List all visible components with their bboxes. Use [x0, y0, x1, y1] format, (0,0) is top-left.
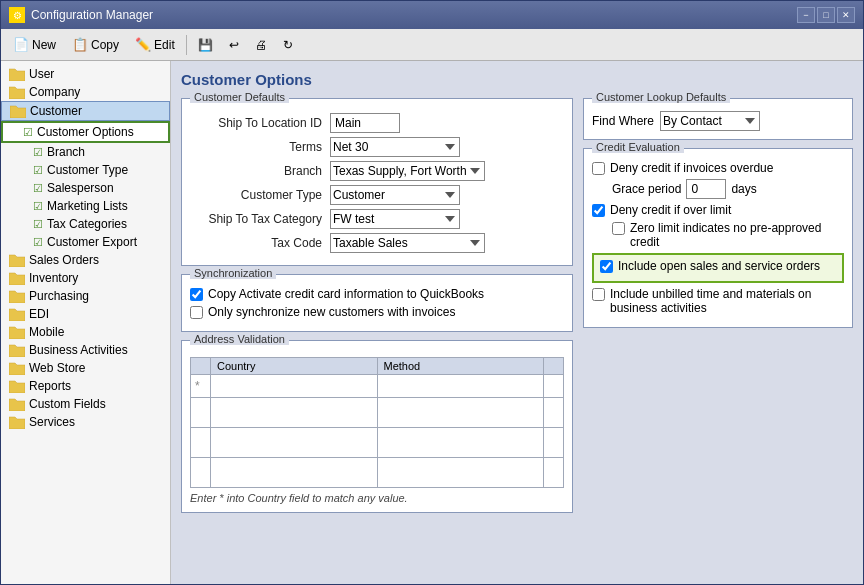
- window-title: Configuration Manager: [31, 8, 153, 22]
- grace-period-row: Grace period days: [592, 179, 844, 199]
- address-table: Country Method *: [190, 357, 564, 488]
- toolbar: 📄 New 📋 Copy ✏️ Edit 💾 ↩ 🖨 ↻: [1, 29, 863, 61]
- print-button[interactable]: 🖨: [248, 33, 274, 57]
- undo-icon: ↩: [229, 38, 239, 52]
- copy-activate-label: Copy Activate credit card information to…: [208, 287, 484, 301]
- new-button[interactable]: 📄 New: [6, 33, 63, 57]
- col-action: [544, 358, 564, 375]
- sidebar-label-company: Company: [29, 85, 80, 99]
- sidebar-label-sales-orders: Sales Orders: [29, 253, 99, 267]
- ship-to-location-input[interactable]: [330, 113, 400, 133]
- address-table-container: Country Method *: [190, 357, 564, 488]
- sidebar-item-sales-orders[interactable]: Sales Orders: [1, 251, 170, 269]
- sidebar-label-salesperson: Salesperson: [47, 181, 114, 195]
- col-country: Country: [211, 358, 378, 375]
- sidebar-item-customer-type[interactable]: ☑ Customer Type: [1, 161, 170, 179]
- sidebar-item-marketing-lists[interactable]: ☑ Marketing Lists: [1, 197, 170, 215]
- include-unbilled-row: Include unbilled time and materials on b…: [592, 287, 844, 315]
- folder-icon-rep: [9, 379, 25, 393]
- deny-invoices-checkbox[interactable]: [592, 162, 605, 175]
- deny-invoices-row: Deny credit if invoices overdue: [592, 161, 844, 175]
- folder-icon-so: [9, 253, 25, 267]
- address-empty-row-2: [191, 428, 564, 458]
- sidebar-item-purchasing[interactable]: Purchasing: [1, 287, 170, 305]
- find-where-label: Find Where: [592, 114, 654, 128]
- method-input[interactable]: [382, 377, 540, 395]
- synchronization-title: Synchronization: [190, 267, 276, 279]
- close-button[interactable]: ✕: [837, 7, 855, 23]
- sidebar-label-branch: Branch: [47, 145, 85, 159]
- address-validation-title: Address Validation: [190, 333, 289, 345]
- find-where-select[interactable]: By Contact: [660, 111, 760, 131]
- ship-to-tax-select[interactable]: FW test: [330, 209, 460, 229]
- include-unbilled-checkbox[interactable]: [592, 288, 605, 301]
- folder-icon-edi: [9, 307, 25, 321]
- sidebar-label-marketing-lists: Marketing Lists: [47, 199, 128, 213]
- edit-button[interactable]: ✏️ Edit: [128, 33, 182, 57]
- grace-period-input[interactable]: [686, 179, 726, 199]
- sidebar-item-customer-export[interactable]: ☑ Customer Export: [1, 233, 170, 251]
- undo-button[interactable]: ↩: [222, 33, 246, 57]
- sidebar-label-edi: EDI: [29, 307, 49, 321]
- sidebar-item-edi[interactable]: EDI: [1, 305, 170, 323]
- sidebar-item-branch[interactable]: ☑ Branch: [1, 143, 170, 161]
- address-empty-row-1: [191, 398, 564, 428]
- zero-limit-checkbox[interactable]: [612, 222, 625, 235]
- sidebar-item-tax-categories[interactable]: ☑ Tax Categories: [1, 215, 170, 233]
- print-icon: 🖨: [255, 38, 267, 52]
- branch-select[interactable]: Texas Supply, Fort Worth: [330, 161, 485, 181]
- customer-defaults-title: Customer Defaults: [190, 91, 289, 103]
- save-button[interactable]: 💾: [191, 33, 220, 57]
- minimize-button[interactable]: −: [797, 7, 815, 23]
- customer-type-select[interactable]: Customer: [330, 185, 460, 205]
- copy-button[interactable]: 📋 Copy: [65, 33, 126, 57]
- copy-activate-checkbox[interactable]: [190, 288, 203, 301]
- sidebar-item-user[interactable]: User: [1, 65, 170, 83]
- copy-label: Copy: [91, 38, 119, 52]
- restore-button[interactable]: □: [817, 7, 835, 23]
- folder-icon-cf: [9, 397, 25, 411]
- sidebar-item-mobile[interactable]: Mobile: [1, 323, 170, 341]
- ship-to-tax-label: Ship To Tax Category: [190, 212, 330, 226]
- credit-evaluation-title: Credit Evaluation: [592, 141, 684, 153]
- sidebar-item-web-store[interactable]: Web Store: [1, 359, 170, 377]
- folder-open-icon: [10, 104, 26, 118]
- sidebar-item-services[interactable]: Services: [1, 413, 170, 431]
- address-validation-group: Address Validation Country Method: [181, 340, 573, 513]
- sidebar-item-salesperson[interactable]: ☑ Salesperson: [1, 179, 170, 197]
- sidebar-item-reports[interactable]: Reports: [1, 377, 170, 395]
- new-label: New: [32, 38, 56, 52]
- country-input[interactable]: [215, 377, 373, 395]
- tax-code-select[interactable]: Taxable Sales: [330, 233, 485, 253]
- sidebar-item-customer[interactable]: Customer: [1, 101, 170, 121]
- customer-type-row: Customer Type Customer: [190, 185, 564, 205]
- method-cell[interactable]: [377, 375, 544, 398]
- sidebar-label-user: User: [29, 67, 54, 81]
- sidebar-item-business-activities[interactable]: Business Activities: [1, 341, 170, 359]
- deny-over-limit-checkbox[interactable]: [592, 204, 605, 217]
- new-icon: 📄: [13, 37, 29, 52]
- sidebar-item-company[interactable]: Company: [1, 83, 170, 101]
- deny-over-limit-label: Deny credit if over limit: [610, 203, 731, 217]
- save-icon: 💾: [198, 38, 213, 52]
- terms-select[interactable]: Net 30: [330, 137, 460, 157]
- country-cell[interactable]: [211, 375, 378, 398]
- only-sync-checkbox[interactable]: [190, 306, 203, 319]
- sidebar-item-inventory[interactable]: Inventory: [1, 269, 170, 287]
- include-open-orders-checkbox[interactable]: [600, 260, 613, 273]
- address-table-header: Country Method: [191, 358, 564, 375]
- address-table-row-star: *: [191, 375, 564, 398]
- sidebar-label-tax-categories: Tax Categories: [47, 217, 127, 231]
- refresh-button[interactable]: ↻: [276, 33, 300, 57]
- action-cell: [544, 375, 564, 398]
- zero-limit-row: Zero limit indicates no pre-approved cre…: [592, 221, 844, 249]
- sidebar-label-reports: Reports: [29, 379, 71, 393]
- main-window: ⚙ Configuration Manager − □ ✕ 📄 New 📋 Co…: [0, 0, 864, 585]
- sidebar-item-custom-fields[interactable]: Custom Fields: [1, 395, 170, 413]
- page-title: Customer Options: [181, 71, 853, 88]
- sidebar: User Company Customer ☑ Customer Options…: [1, 61, 171, 584]
- copy-activate-row: Copy Activate credit card information to…: [190, 287, 564, 301]
- left-column: Customer Defaults Ship To Location ID Te…: [181, 98, 573, 521]
- sidebar-item-customer-options[interactable]: ☑ Customer Options: [1, 121, 170, 143]
- sidebar-label-business-activities: Business Activities: [29, 343, 128, 357]
